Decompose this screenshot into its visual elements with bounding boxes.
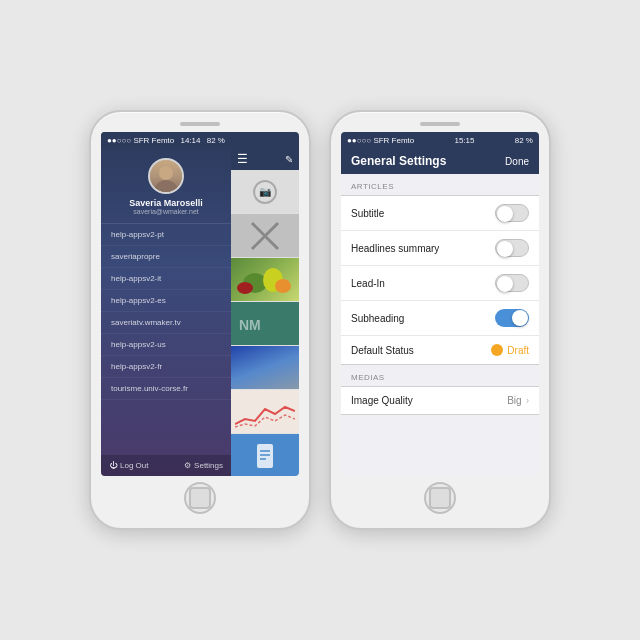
subtitle-label: Subtitle	[351, 208, 384, 219]
time-right: 15:15	[455, 136, 475, 145]
edit-icon: ✎	[285, 154, 293, 165]
user-email: saveria@wmaker.net	[133, 208, 198, 215]
subtitle-row: Subtitle	[341, 196, 539, 231]
articles-section-header: ARTICLES	[341, 174, 539, 195]
chevron-right-icon: ›	[526, 395, 529, 406]
thumbnail-panel: ☰ ✎ 📷	[231, 132, 299, 476]
svg-rect-8	[257, 444, 273, 468]
svg-text:NM: NM	[239, 317, 261, 333]
sidebar-nav: help-appsv2-pt saveriapropre help-appsv2…	[101, 224, 231, 455]
sidebar-item-0[interactable]: help-appsv2-pt	[101, 224, 231, 246]
thumb-item-1[interactable]	[231, 214, 299, 258]
settings-nav-bar: General Settings Done	[341, 148, 539, 174]
sidebar-item-4[interactable]: saveriatv.wmaker.tv	[101, 312, 231, 334]
right-screen: ●●○○○ SFR Femto 15:15 82 % General Setti…	[341, 132, 539, 476]
phone-top-bar-right	[420, 122, 460, 126]
user-profile-header: Saveria Maroselli saveria@wmaker.net	[101, 148, 231, 224]
user-name: Saveria Maroselli	[129, 198, 203, 208]
subheading-toggle[interactable]	[495, 309, 529, 327]
leadin-row: Lead-In	[341, 266, 539, 301]
image-quality-text: Big	[507, 395, 521, 406]
thumb-img-doc	[231, 434, 299, 476]
battery-left: 82 %	[207, 136, 225, 145]
headlines-toggle[interactable]	[495, 239, 529, 257]
battery-right: 82 %	[515, 136, 533, 145]
thumb-img-teal: NM	[231, 302, 299, 345]
left-status-bar: ●●○○○ SFR Femto 14:14 82 %	[101, 132, 231, 148]
svg-point-5	[237, 282, 253, 294]
home-button-left[interactable]	[184, 482, 216, 514]
thumb-item-2[interactable]	[231, 258, 299, 302]
hamburger-icon[interactable]: ☰	[237, 152, 248, 166]
home-button-inner-left	[189, 487, 211, 509]
settings-button[interactable]: ⚙ Settings	[184, 461, 223, 470]
thumb-item-4[interactable]	[231, 346, 299, 390]
thumb-img-road	[231, 346, 299, 389]
default-status-label: Default Status	[351, 345, 414, 356]
subtitle-toggle-knob	[497, 206, 513, 222]
headlines-label: Headlines summary	[351, 243, 439, 254]
thumb-item-5[interactable]	[231, 390, 299, 434]
avatar	[148, 158, 184, 194]
time-left: 14:14	[181, 136, 201, 145]
sidebar-item-2[interactable]: help-appsv2-it	[101, 268, 231, 290]
articles-group: Subtitle Headlines summary Lead-In	[341, 195, 539, 365]
sidebar-item-1[interactable]: saveriapropre	[101, 246, 231, 268]
settings-title: General Settings	[351, 154, 446, 168]
gear-icon: ⚙	[184, 461, 191, 470]
right-panel-status	[231, 132, 299, 148]
sidebar: ●●○○○ SFR Femto 14:14 82 % Saveria Maros…	[101, 132, 231, 476]
right-panel-header: ☰ ✎	[231, 148, 299, 170]
right-status-bar: ●●○○○ SFR Femto 15:15 82 %	[341, 132, 539, 148]
done-button[interactable]: Done	[505, 156, 529, 167]
leadin-label: Lead-In	[351, 278, 385, 289]
default-status-value[interactable]: Draft	[491, 344, 529, 356]
right-phone: ●●○○○ SFR Femto 15:15 82 % General Setti…	[329, 110, 551, 530]
image-quality-label: Image Quality	[351, 395, 413, 406]
thumb-img-chart	[231, 390, 299, 433]
image-quality-row[interactable]: Image Quality Big ›	[341, 387, 539, 414]
carrier-right: ●●○○○ SFR Femto	[347, 136, 414, 145]
thumb-item-6[interactable]	[231, 434, 299, 476]
sidebar-item-5[interactable]: help-appsv2-us	[101, 334, 231, 356]
headlines-row: Headlines summary	[341, 231, 539, 266]
medias-section-header: MEDIAS	[341, 365, 539, 386]
subtitle-toggle[interactable]	[495, 204, 529, 222]
headlines-toggle-knob	[497, 241, 513, 257]
leadin-toggle-knob	[497, 276, 513, 292]
home-button-inner-right	[429, 487, 451, 509]
thumb-img-vegetables	[231, 258, 299, 301]
default-status-row: Default Status Draft	[341, 336, 539, 364]
logout-button[interactable]: ⏻ Log Out	[109, 461, 148, 470]
sidebar-item-6[interactable]: help-appsv2-fr	[101, 356, 231, 378]
thumbnail-list: 📷	[231, 170, 299, 476]
leadin-toggle[interactable]	[495, 274, 529, 292]
subheading-toggle-knob	[512, 310, 528, 326]
settings-screen: ●●○○○ SFR Femto 15:15 82 % General Setti…	[341, 132, 539, 476]
thumb-cross-img	[231, 214, 299, 257]
image-quality-value: Big ›	[507, 395, 529, 406]
avatar-face	[150, 160, 182, 192]
sidebar-footer: ⏻ Log Out ⚙ Settings	[101, 455, 231, 476]
draft-label: Draft	[507, 345, 529, 356]
subheading-label: Subheading	[351, 313, 404, 324]
left-phone: ●●○○○ SFR Femto 14:14 82 % Saveria Maros…	[89, 110, 311, 530]
sidebar-item-7[interactable]: tourisme.univ-corse.fr	[101, 378, 231, 400]
thumb-item-3[interactable]: NM	[231, 302, 299, 346]
camera-icon: 📷	[253, 180, 277, 204]
draft-dot-icon	[491, 344, 503, 356]
home-button-right[interactable]	[424, 482, 456, 514]
left-screen: ●●○○○ SFR Femto 14:14 82 % Saveria Maros…	[101, 132, 299, 476]
carrier-left: ●●○○○ SFR Femto	[107, 136, 174, 145]
power-icon: ⏻	[109, 461, 117, 470]
sidebar-item-3[interactable]: help-appsv2-es	[101, 290, 231, 312]
phone-top-bar-left	[180, 122, 220, 126]
subheading-row: Subheading	[341, 301, 539, 336]
medias-group: Image Quality Big ›	[341, 386, 539, 415]
thumb-item-0[interactable]: 📷	[231, 170, 299, 214]
svg-point-4	[275, 279, 291, 293]
